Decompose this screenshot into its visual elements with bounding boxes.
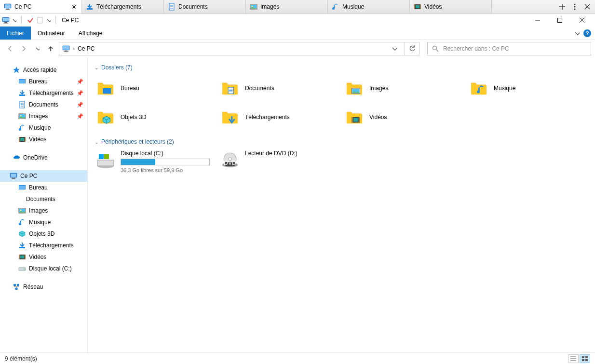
sidebar-item-musique[interactable]: Musique [0,122,87,134]
document-icon [168,3,176,11]
sidebar: Accès rapide Bureau📌 Téléchargements📌 Do… [0,57,88,352]
images-icon [18,207,26,215]
address-bar[interactable]: › Ce PC [59,42,405,55]
sidebar-onedrive[interactable]: OneDrive [0,152,87,163]
sidebar-this-pc[interactable]: Ce PC [0,170,87,182]
sidebar-item-disque-c[interactable]: Disque local (C:) [0,263,87,274]
video-icon [18,135,26,143]
ribbon-tab-computer[interactable]: Ordinateur [31,27,72,40]
back-button[interactable] [5,43,15,54]
sidebar-item-bureau[interactable]: Bureau📌 [0,76,87,87]
download-icon [86,3,94,11]
folder-bureau[interactable]: Bureau [95,75,215,102]
tab-label: Musique [342,3,406,10]
recent-button[interactable] [32,43,42,54]
maximize-button[interactable] [549,14,571,27]
download-icon [18,242,26,249]
sidebar-item-objets3d[interactable]: Objets 3D [0,228,87,240]
search-input[interactable] [443,45,587,52]
objects3d-icon [18,230,26,238]
folder-telechargements[interactable]: Téléchargements [219,104,339,131]
video-icon [414,3,421,11]
app-icon[interactable] [2,16,10,24]
music-icon [332,3,339,11]
help-button[interactable]: ? [583,29,591,37]
pin-icon: 📌 [77,113,83,120]
chevron-down-icon: ⌄ [95,65,98,70]
ribbon-tab-view[interactable]: Affichage [72,27,109,40]
tab-label: Ce PC [14,3,67,10]
view-details-button[interactable] [568,354,579,363]
view-tiles-button[interactable] [580,354,590,363]
minimize-button[interactable] [527,14,549,27]
chevron-down-icon: ⌄ [95,139,98,145]
forward-button[interactable] [18,43,29,54]
sidebar-network[interactable]: Réseau [0,281,87,293]
sidebar-item-videos[interactable]: Vidéos [0,134,87,145]
qat-chevron-icon[interactable] [46,16,51,24]
folder-documents[interactable]: Documents [219,75,339,102]
folder-objets3d[interactable]: Objets 3D [95,104,215,131]
folder-musique[interactable]: Musique [468,75,588,102]
search-icon [432,45,439,53]
sidebar-item-documents[interactable]: Documents [0,193,87,205]
tab-videos[interactable]: Vidéos [410,0,492,13]
svg-rect-38 [558,18,562,23]
svg-rect-39 [103,88,111,94]
sidebar-item-telechargements[interactable]: Téléchargements [0,240,87,251]
close-icon[interactable]: ✕ [70,3,78,11]
svg-rect-48 [359,117,360,122]
tab-musique[interactable]: Musique [328,0,410,13]
section-folders-header[interactable]: ⌄ Dossiers (7) [95,64,588,71]
nav-row: › Ce PC [0,40,595,57]
desktop-icon [18,184,26,191]
sidebar-item-bureau[interactable]: Bureau [0,182,87,193]
ribbon-tab-file[interactable]: Fichier [0,27,31,40]
star-icon [13,66,20,74]
tab-telechargements[interactable]: Téléchargements [82,0,164,13]
tab-images[interactable]: Images [246,0,328,13]
new-item-icon[interactable] [36,16,44,24]
close-tabs-button[interactable] [583,3,591,11]
ribbon-expand-icon[interactable] [574,29,580,37]
device-dvd[interactable]: Lecteur de DVD (D:) [219,149,339,174]
search-box[interactable] [427,42,591,55]
folder-images[interactable]: Images [343,75,464,102]
drive-icon [18,265,26,272]
music-icon [18,218,26,226]
close-button[interactable] [571,14,593,27]
monitor-icon [4,3,12,11]
folder-videos[interactable]: Vidéos [343,104,464,131]
svg-rect-52 [582,359,584,361]
sidebar-item-videos[interactable]: Vidéos [0,251,87,263]
properties-icon[interactable] [27,16,34,24]
images-icon [250,3,257,11]
sidebar-item-documents[interactable]: Documents📌 [0,99,87,110]
sidebar-quick-access[interactable]: Accès rapide [0,64,87,76]
tab-menu-button[interactable] [571,3,579,11]
svg-rect-50 [582,356,584,358]
images-icon [18,112,26,120]
folders-grid: Bureau Documents Images Musique Objets 3… [95,75,588,131]
music-icon [18,124,26,132]
qat-dropdown-icon[interactable] [12,16,16,24]
svg-rect-47 [352,117,353,122]
device-disque-c[interactable]: Disque local (C:) 36,3 Go libres sur 59,… [95,149,215,174]
tab-label: Vidéos [424,3,487,10]
sidebar-item-musique[interactable]: Musique [0,216,87,228]
sidebar-item-images[interactable]: Images📌 [0,110,87,122]
refresh-button[interactable] [405,42,419,55]
svg-rect-51 [585,356,588,358]
sidebar-item-images[interactable]: Images [0,205,87,216]
tab-ce-pc[interactable]: Ce PC ✕ [0,0,82,13]
disk-usage-bar [121,159,210,165]
section-devices-header[interactable]: ⌄ Périphériques et lecteurs (2) [95,138,588,145]
pin-icon: 📌 [77,79,83,85]
status-bar: 9 élément(s) [0,352,595,364]
address-dropdown-icon[interactable] [391,45,402,53]
up-button[interactable] [45,43,56,54]
window-title: Ce PC [62,17,79,24]
tab-documents[interactable]: Documents [164,0,246,13]
new-tab-button[interactable] [558,3,566,11]
sidebar-item-telechargements[interactable]: Téléchargements📌 [0,87,87,99]
